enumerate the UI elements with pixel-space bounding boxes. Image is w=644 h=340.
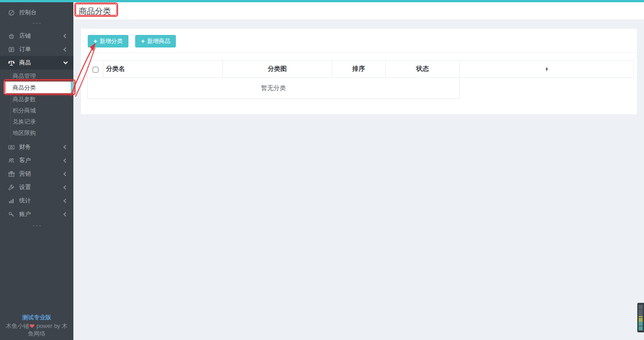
sidebar-item-marketing[interactable]: 营销 xyxy=(0,167,73,181)
chevron-left-icon xyxy=(64,145,68,149)
sidebar-item-label: 财务 xyxy=(19,143,31,151)
submenu-item-product-category[interactable]: 商品分类 xyxy=(4,82,73,94)
sidebar-item-products[interactable]: 商品 xyxy=(0,56,73,69)
scroll-widget-stripe xyxy=(639,311,643,312)
sidebar-divider-dots xyxy=(0,225,73,226)
table-header-row: 分类名 分类图 排序 状态 xyxy=(88,60,634,78)
empty-state-text: 暂无分类 xyxy=(88,78,460,99)
scroll-widget-stripe xyxy=(639,327,643,327)
category-table: 分类名 分类图 排序 状态 xyxy=(87,60,634,99)
sidebar-divider-dots xyxy=(0,23,73,24)
sidebar-item-orders[interactable]: 订单 xyxy=(0,43,73,56)
page-header: 商品分类 xyxy=(73,2,644,20)
submenu-item-product-params[interactable]: 商品参数 xyxy=(0,94,73,105)
lightning-icon xyxy=(545,65,549,73)
scroll-widget-stripe xyxy=(639,319,643,320)
top-accent-bar xyxy=(0,0,644,2)
scroll-widget-stripe xyxy=(639,316,643,317)
scroll-widget-stripe xyxy=(639,322,643,323)
finance-icon xyxy=(8,144,15,151)
orders-icon xyxy=(8,46,15,53)
plus-icon: + xyxy=(141,38,145,44)
scroll-widget-stripe xyxy=(639,325,643,326)
add-category-button[interactable]: +新增分类 xyxy=(88,35,128,47)
button-label: 新增分类 xyxy=(99,37,123,45)
sidebar-item-label: 统计 xyxy=(19,197,31,205)
credit-text: 木鱼小铺 power by 木鱼网络 xyxy=(0,322,73,337)
sidebar-item-dashboard[interactable]: 控制台 xyxy=(0,6,73,19)
chevron-left-icon xyxy=(64,172,68,176)
scroll-indicator-widget[interactable] xyxy=(637,303,644,332)
brand-name: 木鱼小铺 xyxy=(6,323,29,329)
submenu-item-product-manage[interactable]: 商品管理 xyxy=(0,70,73,82)
submenu-item-exchange-records[interactable]: 兑换记录 xyxy=(0,116,73,127)
dashboard-icon xyxy=(8,9,15,16)
chevron-down-icon xyxy=(64,60,68,65)
sidebar-item-customers[interactable]: 客户 xyxy=(0,154,73,167)
sidebar-item-account[interactable]: 账户 xyxy=(0,207,73,221)
sidebar-item-settings[interactable]: 设置 xyxy=(0,181,73,194)
scroll-widget-stripe xyxy=(639,321,643,322)
page-title: 商品分类 xyxy=(79,6,111,17)
sidebar-item-label: 控制台 xyxy=(19,9,37,17)
sidebar-item-label: 营销 xyxy=(19,170,31,178)
sidebar: 控制台 店铺 订单 商品 商品管理 商品分类 商 xyxy=(0,2,73,340)
chevron-left-icon xyxy=(64,34,68,38)
column-header-status: 状态 xyxy=(386,60,460,78)
empty-row: 暂无分类 xyxy=(88,78,634,99)
account-icon xyxy=(8,211,15,218)
sidebar-item-label: 商品 xyxy=(19,59,31,67)
column-header-category-name: 分类名 xyxy=(103,60,223,78)
chevron-left-icon xyxy=(64,47,68,52)
column-header-category-image: 分类图 xyxy=(223,60,332,78)
sidebar-item-label: 订单 xyxy=(19,45,31,53)
sidebar-item-label: 店铺 xyxy=(19,32,31,40)
scroll-widget-stripe xyxy=(639,314,643,314)
sidebar-footer: 测试专业版 木鱼小铺 power by 木鱼网络 xyxy=(0,314,73,337)
scroll-widget-stripe xyxy=(639,329,643,330)
scroll-widget-stripe xyxy=(639,310,643,310)
settings-icon xyxy=(8,184,15,191)
toolbar: +新增分类 +新增商品 xyxy=(81,29,637,53)
edition-link[interactable]: 测试专业版 xyxy=(0,314,73,321)
chevron-left-icon xyxy=(64,212,68,216)
chevron-left-icon xyxy=(64,158,68,163)
add-product-button[interactable]: +新增商品 xyxy=(135,35,176,47)
stats-icon xyxy=(8,198,15,204)
submenu-item-points-mall[interactable]: 积分商城 xyxy=(0,105,73,116)
column-header-actions xyxy=(460,60,634,78)
button-label: 新增商品 xyxy=(147,37,170,45)
scroll-widget-stripe xyxy=(639,312,643,313)
sidebar-item-finance[interactable]: 财务 xyxy=(0,140,73,154)
shop-icon xyxy=(8,33,15,39)
sidebar-item-shop[interactable]: 店铺 xyxy=(0,29,73,43)
heart-icon xyxy=(29,323,35,329)
select-all-checkbox[interactable] xyxy=(93,67,98,73)
plus-icon: + xyxy=(94,38,97,44)
content-area: +新增分类 +新增商品 xyxy=(73,20,644,340)
scroll-widget-stripe xyxy=(639,305,643,306)
content-panel: +新增分类 +新增商品 xyxy=(81,29,637,114)
submenu-products: 商品管理 商品分类 商品参数 积分商城 兑换记录 地区限购 xyxy=(0,69,73,140)
sidebar-item-label: 账户 xyxy=(19,210,31,218)
scroll-widget-stripe xyxy=(639,308,643,309)
scroll-widget-stripe xyxy=(639,328,643,329)
sidebar-item-label: 客户 xyxy=(19,156,31,164)
scroll-widget-stripe xyxy=(639,323,643,324)
scroll-widget-stripe xyxy=(639,318,643,319)
customers-icon xyxy=(8,157,15,164)
sidebar-item-stats[interactable]: 统计 xyxy=(0,194,73,207)
products-icon xyxy=(8,60,15,66)
sidebar-item-label: 设置 xyxy=(19,183,31,191)
scroll-widget-stripe xyxy=(639,306,643,307)
column-header-sort: 排序 xyxy=(332,60,386,78)
scroll-widget-stripe xyxy=(639,315,643,316)
marketing-icon xyxy=(8,171,15,177)
chevron-left-icon xyxy=(64,198,68,203)
chevron-left-icon xyxy=(64,185,68,189)
submenu-item-region-limit[interactable]: 地区限购 xyxy=(0,127,73,138)
